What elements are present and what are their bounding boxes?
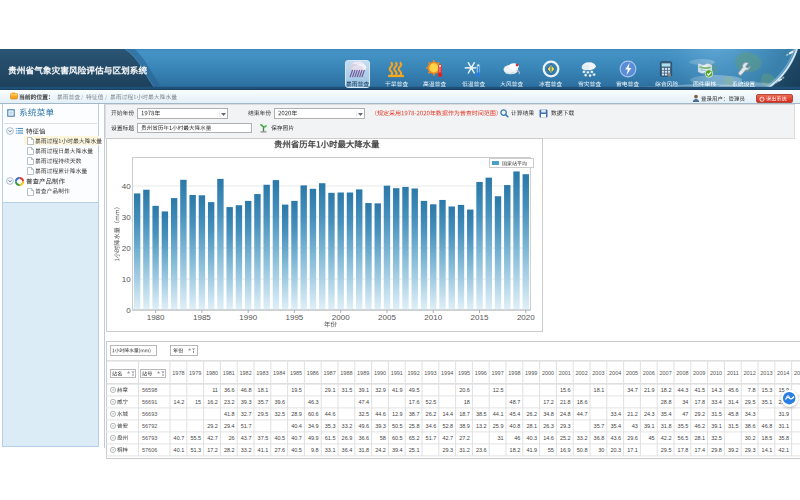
svg-text:29.2: 29.2 xyxy=(207,423,218,429)
svg-text:18.1: 18.1 xyxy=(593,387,604,393)
svg-text:60.5: 60.5 xyxy=(391,435,402,441)
svg-text:41.9: 41.9 xyxy=(391,387,402,393)
svg-text:27.6: 27.6 xyxy=(274,447,285,453)
svg-text:29.3: 29.3 xyxy=(744,447,755,453)
svg-text:17.8: 17.8 xyxy=(677,447,688,453)
svg-text:1994: 1994 xyxy=(441,369,453,375)
svg-text:18: 18 xyxy=(463,399,469,405)
svg-text:34.7: 34.7 xyxy=(627,387,638,393)
svg-text:56693: 56693 xyxy=(142,411,157,417)
svg-text:1989: 1989 xyxy=(357,369,369,375)
svg-text:29.3: 29.3 xyxy=(559,423,570,429)
svg-text:2015: 2015 xyxy=(793,369,800,375)
svg-text:1981: 1981 xyxy=(222,369,234,375)
svg-text:26.2: 26.2 xyxy=(425,411,436,417)
svg-text:51.7: 51.7 xyxy=(425,435,436,441)
svg-text:31.1: 31.1 xyxy=(778,423,789,429)
svg-text:50.5: 50.5 xyxy=(391,423,402,429)
svg-text:46.2: 46.2 xyxy=(694,423,705,429)
svg-text:48.7: 48.7 xyxy=(509,399,520,405)
svg-text:2009: 2009 xyxy=(693,369,705,375)
svg-text:51.3: 51.3 xyxy=(190,447,201,453)
svg-text:18.2: 18.2 xyxy=(509,447,520,453)
svg-text:29.4: 29.4 xyxy=(223,423,234,429)
svg-text:34.3: 34.3 xyxy=(744,411,755,417)
svg-text:41.1: 41.1 xyxy=(257,447,268,453)
svg-text:2013: 2013 xyxy=(760,369,772,375)
svg-text:46.3: 46.3 xyxy=(307,399,318,405)
svg-text:44.6: 44.6 xyxy=(375,411,386,417)
svg-text:41.5: 41.5 xyxy=(694,387,705,393)
svg-text:52.5: 52.5 xyxy=(425,399,436,405)
svg-text:1992: 1992 xyxy=(407,369,419,375)
svg-text:9.8: 9.8 xyxy=(311,447,319,453)
svg-text:42.2: 42.2 xyxy=(660,435,671,441)
svg-text:26: 26 xyxy=(228,435,234,441)
svg-text:46.8: 46.8 xyxy=(761,423,772,429)
svg-text:45.6: 45.6 xyxy=(727,387,738,393)
svg-text:44.6: 44.6 xyxy=(324,411,335,417)
svg-text:29.6: 29.6 xyxy=(627,435,638,441)
svg-text:56.5: 56.5 xyxy=(677,435,688,441)
svg-text:1990: 1990 xyxy=(373,369,385,375)
svg-text:25.1: 25.1 xyxy=(408,447,419,453)
svg-text:34.9: 34.9 xyxy=(307,423,318,429)
svg-text:14.6: 14.6 xyxy=(543,435,554,441)
svg-text:44.3: 44.3 xyxy=(677,387,688,393)
svg-text:36.6: 36.6 xyxy=(358,435,369,441)
svg-text:32.5: 32.5 xyxy=(358,411,369,417)
svg-text:32.5: 32.5 xyxy=(711,435,722,441)
svg-text:36.8: 36.8 xyxy=(593,435,604,441)
svg-text:35.7: 35.7 xyxy=(257,399,268,405)
svg-text:14.2: 14.2 xyxy=(173,399,184,405)
svg-text:1986: 1986 xyxy=(306,369,318,375)
svg-text:1996: 1996 xyxy=(474,369,486,375)
svg-text:25.9: 25.9 xyxy=(492,423,503,429)
svg-text:23.2: 23.2 xyxy=(223,399,234,405)
svg-text:41.8: 41.8 xyxy=(223,411,234,417)
svg-text:29.5: 29.5 xyxy=(660,447,671,453)
svg-text:35.7: 35.7 xyxy=(593,423,604,429)
svg-text:39.1: 39.1 xyxy=(711,423,722,429)
svg-text:44.1: 44.1 xyxy=(492,411,503,417)
svg-text:31.8: 31.8 xyxy=(660,423,671,429)
svg-text:25.2: 25.2 xyxy=(559,435,570,441)
svg-text:2014: 2014 xyxy=(777,369,789,375)
svg-text:58: 58 xyxy=(379,435,385,441)
svg-text:38.7: 38.7 xyxy=(408,411,419,417)
svg-text:26.2: 26.2 xyxy=(526,411,537,417)
svg-text:39.1: 39.1 xyxy=(643,423,654,429)
svg-text:1993: 1993 xyxy=(424,369,436,375)
svg-text:18.7: 18.7 xyxy=(459,411,470,417)
svg-text:23.6: 23.6 xyxy=(475,447,486,453)
svg-text:1979: 1979 xyxy=(189,369,201,375)
svg-text:29.1: 29.1 xyxy=(324,387,335,393)
svg-text:35.4: 35.4 xyxy=(660,411,671,417)
svg-text:40.1: 40.1 xyxy=(173,447,184,453)
svg-text:13.2: 13.2 xyxy=(475,423,486,429)
svg-text:14.3: 14.3 xyxy=(711,387,722,393)
svg-text:29.3: 29.3 xyxy=(442,447,453,453)
svg-text:0: 0 xyxy=(126,305,131,314)
svg-text:55.5: 55.5 xyxy=(190,435,201,441)
svg-text:49.6: 49.6 xyxy=(358,423,369,429)
svg-text:42.1: 42.1 xyxy=(778,447,789,453)
svg-text:1997: 1997 xyxy=(491,369,503,375)
svg-text:56793: 56793 xyxy=(142,435,157,441)
svg-text:20.6: 20.6 xyxy=(459,387,470,393)
svg-text:33.2: 33.2 xyxy=(341,423,352,429)
svg-text:33.4: 33.4 xyxy=(610,411,621,417)
svg-text:21.9: 21.9 xyxy=(643,387,654,393)
svg-text:30: 30 xyxy=(122,212,131,221)
svg-text:25.8: 25.8 xyxy=(408,423,419,429)
svg-text:52.8: 52.8 xyxy=(442,423,453,429)
svg-text:46.8: 46.8 xyxy=(240,387,251,393)
svg-text:1982: 1982 xyxy=(239,369,251,375)
svg-text:36.6: 36.6 xyxy=(223,387,234,393)
svg-text:2006: 2006 xyxy=(642,369,654,375)
svg-text:2020: 2020 xyxy=(517,312,535,321)
svg-text:12.9: 12.9 xyxy=(391,411,402,417)
svg-text:38.6: 38.6 xyxy=(744,423,755,429)
svg-text:55: 55 xyxy=(547,447,553,453)
svg-text:31.5: 31.5 xyxy=(341,387,352,393)
